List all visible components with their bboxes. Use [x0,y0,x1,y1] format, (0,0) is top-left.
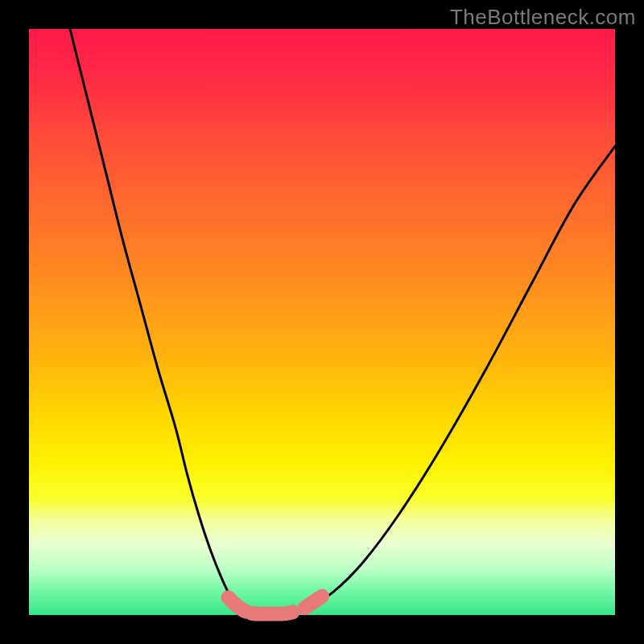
plot-area [29,29,615,615]
watermark-text: TheBottleneck.com [450,5,636,30]
marker-segment-left-entry [229,597,246,611]
curve-layer [70,29,615,614]
marker-segment-floor [252,612,293,613]
bottleneck-curve [70,29,615,614]
chart-svg [29,29,615,615]
chart-frame: TheBottleneck.com [0,0,644,644]
marker-layer [229,597,322,614]
marker-segment-right-exit [304,597,322,609]
